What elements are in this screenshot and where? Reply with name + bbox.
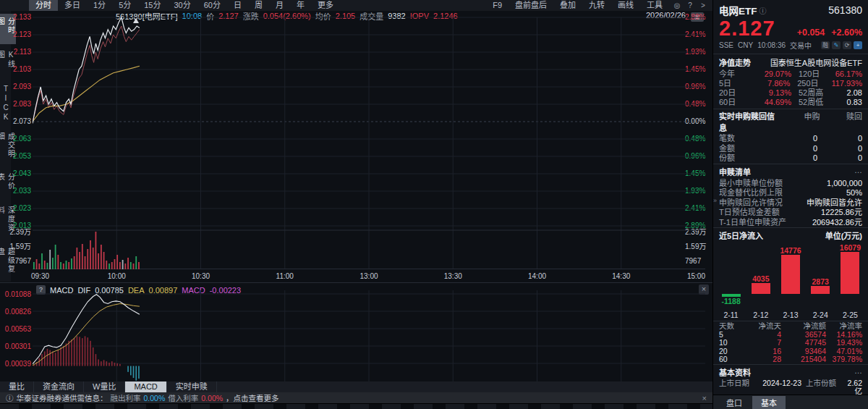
redeem-value: 0 [817, 134, 862, 144]
cell: 10 [719, 339, 744, 347]
notice-text: 华泰证券融券通供需信息： [17, 392, 108, 403]
more-button[interactable]: … [854, 166, 862, 177]
trading-status: 交易中 [790, 40, 812, 51]
notice-bar[interactable]: ⓘ 华泰证券融券通供需信息： 融出利率 0.00% 借入利率 0.00% ，点击… [0, 392, 712, 403]
subscribe-row-label: 笔数 [719, 134, 735, 144]
toolbar-button-九转[interactable]: 九转 [582, 0, 611, 11]
column-header: 天数 [719, 322, 744, 331]
edit-icon[interactable]: ✎ [832, 41, 841, 49]
perf-label: 52周低 [799, 98, 833, 107]
info-icon[interactable]: ⓘ [760, 5, 767, 16]
refresh-icon[interactable]: ⟳ [843, 41, 851, 49]
performance-row: 5日7.86%250日117.93% [713, 79, 868, 88]
macd-chart[interactable] [33, 287, 705, 383]
price-tick: 2.063 [1, 135, 31, 143]
netflow-column: 16079 [835, 243, 865, 311]
subscribe-row: 份额00 [713, 153, 868, 164]
close-icon[interactable]: × [702, 394, 707, 402]
minute-chart[interactable] [33, 16, 705, 269]
time-tick: 13:00 [354, 272, 383, 280]
time-tick: 14:00 [523, 272, 552, 280]
netflow-value: 2873 [812, 277, 829, 286]
period-tab-1分[interactable]: 1分 [87, 0, 112, 11]
netflow-value: 4035 [752, 274, 769, 283]
redeem-col: 赎回 [820, 110, 862, 133]
quote-action-icons: 融✎⟳+ [821, 41, 862, 49]
column-header: 净流率 [826, 322, 862, 331]
toolbar-button-盘前盘后[interactable]: 盘前盘后 [509, 0, 553, 11]
quote-tab-盘口[interactable]: 盘口 [718, 396, 751, 409]
price-tick: 2.113 [1, 49, 31, 56]
performance-row: 今年29.07%120日66.17% [713, 69, 868, 79]
macd-panel: ? MACD DIF 0.00785 DEA 0.00897 MACD -0.0… [0, 282, 712, 381]
toolbar-right-actions: F9盘前盘后叠加九转画线工具◎?> [486, 0, 712, 11]
indicator-tab-资金流向[interactable]: 资金流向 [34, 381, 84, 392]
performance-table: 今年29.07%120日66.17%5日7.86%250日117.93%20日9… [713, 69, 868, 107]
time-tick: 10:30 [187, 272, 216, 280]
currency-label: CNY [738, 41, 753, 49]
sr-list-label: 最小申赎单位份额 [719, 179, 783, 189]
indicator-tab-量比[interactable]: 量比 [0, 381, 34, 392]
period-tab-分时[interactable]: 分时 [29, 0, 58, 11]
column-header: 净流天 [744, 322, 781, 331]
subscribe-title: 实时申购赎回信息 [719, 110, 779, 133]
indicator-tab-MACD[interactable]: MACD [125, 381, 166, 392]
target-icon[interactable]: ◎ [672, 1, 682, 9]
period-tab-多日[interactable]: 多日 [58, 0, 87, 11]
indicator-tab-实时申赎[interactable]: 实时申赎 [167, 381, 217, 392]
basics-row: 上市日期2024-12-23上市份额2.62亿 [713, 379, 868, 397]
toolbar-button-工具[interactable]: 工具 [640, 0, 669, 11]
change-abs: +0.054 [797, 28, 825, 38]
period-tab-年[interactable]: 年 [290, 0, 311, 11]
basics-title: 基本资料 [719, 366, 751, 378]
time-tick: 13:30 [438, 272, 467, 280]
macd-tick: 0.00039 [1, 360, 31, 368]
netflow-date: 2-13 [775, 311, 805, 319]
margin-icon[interactable]: 融 [821, 41, 830, 49]
sr-list-title: 申赎清单 [719, 166, 751, 177]
netflow-bar-chart: -1188403514776287316079 [713, 241, 868, 311]
price-tick: 2.103 [1, 66, 31, 73]
netflow-date: 2-24 [806, 311, 835, 319]
macd-tick: 0.00301 [1, 342, 31, 350]
sr-list-row: 最小申赎单位份额1,000,000 [713, 179, 868, 189]
netflow-date-row: 2-112-122-132-242-25 [713, 311, 868, 319]
subscribe-row-label: 份额 [719, 153, 735, 164]
perf-value: 7.86% [743, 79, 790, 88]
notice-more-link[interactable]: ，点击查看更多 [226, 392, 279, 403]
more-button[interactable]: … [854, 366, 862, 378]
macd-tick: 0.01088 [1, 290, 31, 298]
price-tick: 2.053 [1, 153, 31, 160]
cell: 28 [744, 355, 781, 364]
time-tick: 15:00 [676, 272, 705, 280]
perf-value: 0.83 [833, 98, 862, 107]
netflow-table-header: 天数净流天净流额净流率 [713, 322, 868, 331]
basics-label: 上市份额 [806, 379, 842, 397]
price-tick: 2.073 [1, 118, 31, 125]
change-pct: +2.60% [831, 28, 862, 38]
toolbar-button-F9[interactable]: F9 [486, 0, 509, 11]
sr-list-section: 申赎清单…最小申赎单位份额1,000,000现金替代比例上限50%申购赎回允许情… [713, 164, 868, 228]
quote-tab-基本[interactable]: 基本 [752, 396, 786, 409]
borrow-rate-value: 0.00% [201, 394, 223, 402]
toolbar-button-叠加[interactable]: 叠加 [553, 0, 582, 11]
performance-row: 20日9.13%52周高2.08 [713, 88, 868, 98]
lend-rate-label: 融出利率 [111, 392, 141, 403]
trading-app-window: 分时多日1分5分15分30分60分日周月年更多 F9盘前盘后叠加九转画线工具◎?… [0, 0, 868, 409]
netflow-stats-table: 天数净流天净流额净流率543657414.16%1074774519.43%20… [713, 322, 868, 364]
redeem-value: 0 [817, 144, 862, 154]
help-icon[interactable]: ? [685, 1, 695, 9]
borrow-rate-label: 借入利率 [168, 392, 198, 403]
expand-icon[interactable]: > [698, 1, 708, 9]
fund-code: 561380 [828, 4, 862, 16]
netflow-date: 2-25 [835, 311, 865, 319]
basics-header: 基本资料… [713, 364, 868, 379]
indicator-tab-W量比[interactable]: W量比 [84, 381, 125, 392]
panel-collapse-handle[interactable]: » [713, 197, 717, 204]
subscribe-header: 实时申购赎回信息申购赎回 [713, 109, 868, 134]
period-toolbar: 分时多日1分5分15分30分60分日周月年更多 F9盘前盘后叠加九转画线工具◎?… [0, 0, 712, 11]
add-icon[interactable]: + [854, 41, 862, 49]
toolbar-button-画线[interactable]: 画线 [611, 0, 640, 11]
time-tick: 09:30 [31, 272, 60, 280]
period-tab-月[interactable]: 月 [269, 0, 290, 11]
